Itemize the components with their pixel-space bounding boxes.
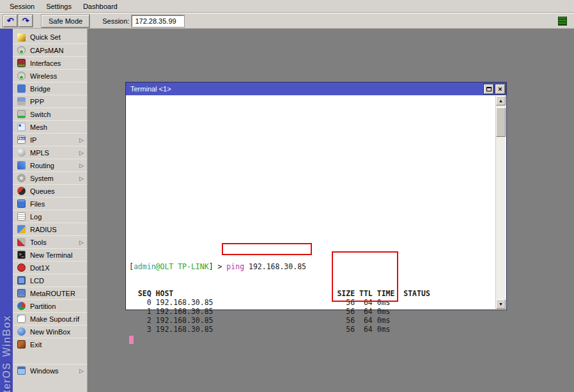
sidebar-item-mesh[interactable]: Mesh bbox=[13, 120, 87, 133]
sidebar-item-make-supout-rif[interactable]: Make Supout.rif bbox=[13, 312, 87, 325]
sidebar-item-interfaces[interactable]: Interfaces bbox=[13, 56, 87, 69]
prompt-close: ] > bbox=[209, 262, 227, 271]
sidebar-item-partition[interactable]: Partition bbox=[13, 299, 87, 312]
dot1x-icon bbox=[17, 263, 26, 272]
lcd-icon bbox=[17, 276, 26, 285]
sidebar-item-mpls[interactable]: MPLS ▷ bbox=[13, 146, 87, 159]
scroll-down-button[interactable]: ▼ bbox=[496, 299, 506, 309]
redo-button[interactable]: ↷ bbox=[19, 15, 33, 27]
menu-bar: Session Settings Dashboard bbox=[0, 0, 574, 13]
sidebar-item-log[interactable]: Log bbox=[13, 210, 87, 223]
supout-icon bbox=[17, 315, 26, 323]
sidebar-item-new-winbox[interactable]: New WinBox bbox=[13, 325, 87, 338]
terminal-cursor-line bbox=[129, 334, 430, 343]
sidebar-item-new-terminal[interactable]: New Terminal bbox=[13, 248, 87, 261]
terminal-body[interactable]: [admin@OLT TP-LINK] > ping 192.168.30.85… bbox=[126, 95, 506, 310]
metarouter-icon bbox=[17, 289, 26, 297]
terminal-scrollbar[interactable]: ▲ ▼ bbox=[495, 96, 506, 309]
command-name: ping bbox=[226, 262, 244, 271]
sidebar-item-dot1x[interactable]: Dot1X bbox=[13, 261, 87, 274]
terminal-prompt-line: [admin@OLT TP-LINK] > ping 192.168.30.85 bbox=[129, 262, 430, 271]
session-label: Session: bbox=[102, 17, 129, 25]
terminal-table-row: 3 192.168.30.85 56 64 0ms bbox=[129, 325, 430, 334]
bridge-icon bbox=[17, 84, 26, 93]
submenu-arrow-icon: ▷ bbox=[79, 137, 84, 143]
prompt-user: admin bbox=[134, 262, 156, 271]
sidebar-item-files[interactable]: Files bbox=[13, 197, 87, 210]
log-icon bbox=[17, 212, 26, 221]
sidebar-item-wireless[interactable]: Wireless bbox=[13, 69, 87, 82]
maximize-button[interactable] bbox=[484, 84, 493, 94]
submenu-arrow-icon: ▷ bbox=[79, 150, 84, 156]
workspace: RouterOS WinBox Quick Set CAPsMAN Interf… bbox=[0, 29, 574, 392]
prompt-host: @OLT TP-LINK bbox=[156, 262, 209, 271]
routing-icon bbox=[17, 161, 26, 169]
exit-icon bbox=[17, 340, 26, 349]
close-icon: × bbox=[498, 86, 502, 92]
sidebar-item-exit[interactable]: Exit bbox=[13, 338, 87, 350]
wireless-icon bbox=[17, 72, 26, 80]
sidebar-item-queues[interactable]: Queues bbox=[13, 184, 87, 197]
queues-icon bbox=[17, 187, 26, 195]
undo-button[interactable]: ↶ bbox=[3, 15, 17, 27]
sidebar: Quick Set CAPsMAN Interfaces Wireless Br… bbox=[13, 29, 88, 392]
session-input[interactable] bbox=[132, 15, 184, 27]
connection-activity-icon bbox=[558, 17, 567, 26]
switch-icon bbox=[17, 110, 26, 118]
radius-icon bbox=[17, 225, 26, 233]
sidebar-item-ppp[interactable]: PPP bbox=[13, 95, 87, 107]
mpls-icon bbox=[17, 148, 26, 157]
terminal-titlebar[interactable]: Terminal <1> × bbox=[126, 82, 506, 95]
terminal-table-row: 0 192.168.30.85 56 64 0ms bbox=[129, 298, 430, 307]
terminal-icon bbox=[17, 251, 26, 259]
system-icon bbox=[17, 174, 26, 182]
mdi-workspace: Terminal <1> × [admin@OLT TP-LINK] > pin… bbox=[88, 29, 574, 392]
toolbar: ↶ ↷ Safe Mode Session: bbox=[0, 13, 574, 29]
scroll-up-button[interactable]: ▲ bbox=[496, 96, 506, 106]
sidebar-item-system[interactable]: System ▷ bbox=[13, 171, 87, 184]
tools-icon bbox=[17, 238, 26, 246]
prompt-open: [ bbox=[129, 262, 134, 271]
safe-mode-button[interactable]: Safe Mode bbox=[42, 15, 89, 27]
sidebar-item-capsman[interactable]: CAPsMAN bbox=[13, 43, 87, 56]
terminal-title: Terminal <1> bbox=[130, 85, 482, 93]
terminal-window: Terminal <1> × [admin@OLT TP-LINK] > pin… bbox=[125, 82, 507, 310]
terminal-table-row: 2 192.168.30.85 56 64 0ms bbox=[129, 316, 430, 325]
terminal-output: [admin@OLT TP-LINK] > ping 192.168.30.85… bbox=[129, 244, 430, 343]
submenu-arrow-icon: ▷ bbox=[79, 175, 84, 182]
partition-icon bbox=[17, 302, 26, 310]
sidebar-item-lcd[interactable]: LCD bbox=[13, 274, 87, 286]
sidebar-item-ip[interactable]: IP ▷ bbox=[13, 133, 87, 146]
winbox-icon bbox=[17, 327, 26, 336]
submenu-arrow-icon: ▷ bbox=[79, 368, 84, 374]
submenu-arrow-icon: ▷ bbox=[79, 239, 84, 246]
command-args: 192.168.30.85 bbox=[244, 262, 306, 271]
sidebar-item-switch[interactable]: Switch bbox=[13, 107, 87, 120]
files-icon bbox=[17, 200, 26, 208]
menu-session[interactable]: Session bbox=[4, 1, 40, 12]
submenu-arrow-icon: ▷ bbox=[79, 162, 84, 169]
close-button[interactable]: × bbox=[495, 84, 505, 94]
windows-icon bbox=[17, 366, 26, 375]
terminal-cursor bbox=[129, 336, 134, 344]
wand-icon bbox=[17, 33, 26, 42]
capsman-icon bbox=[17, 46, 26, 54]
sidebar-item-radius[interactable]: RADIUS bbox=[13, 223, 87, 235]
brand-text: RouterOS WinBox bbox=[1, 315, 13, 392]
ppp-icon bbox=[17, 97, 26, 106]
sidebar-item-metarouter[interactable]: MetaROUTER bbox=[13, 286, 87, 299]
menu-dashboard[interactable]: Dashboard bbox=[77, 1, 123, 12]
brand-strip: RouterOS WinBox bbox=[0, 29, 13, 392]
ip-icon bbox=[17, 136, 26, 144]
maximize-icon bbox=[486, 87, 492, 91]
menu-settings[interactable]: Settings bbox=[40, 1, 77, 12]
sidebar-item-routing[interactable]: Routing ▷ bbox=[13, 159, 87, 171]
interfaces-icon bbox=[17, 59, 26, 67]
sidebar-item-tools[interactable]: Tools ▷ bbox=[13, 235, 87, 248]
terminal-table-header: SEQ HOST SIZE TTL TIME STATUS bbox=[129, 289, 430, 298]
sidebar-item-bridge[interactable]: Bridge bbox=[13, 82, 87, 95]
sidebar-item-quick-set[interactable]: Quick Set bbox=[13, 31, 87, 43]
sidebar-item-windows[interactable]: Windows ▷ bbox=[13, 364, 87, 377]
mesh-icon bbox=[17, 123, 26, 131]
scrollbar-thumb[interactable] bbox=[496, 107, 506, 137]
